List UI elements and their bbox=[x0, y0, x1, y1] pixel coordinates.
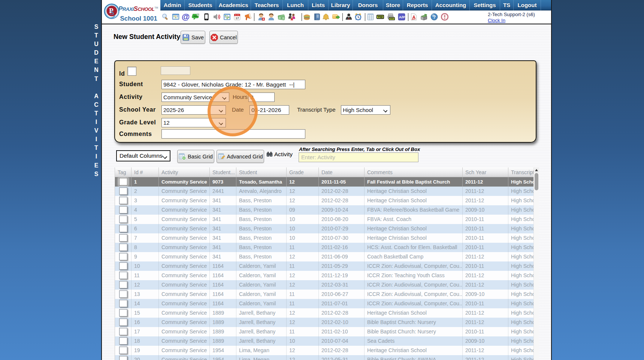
svg-text:A/P: A/P bbox=[399, 15, 405, 19]
svg-text:@: @ bbox=[182, 13, 189, 21]
svg-text:S: S bbox=[110, 9, 114, 16]
svg-text:?: ? bbox=[433, 14, 436, 20]
svg-text:17: 17 bbox=[236, 16, 239, 20]
